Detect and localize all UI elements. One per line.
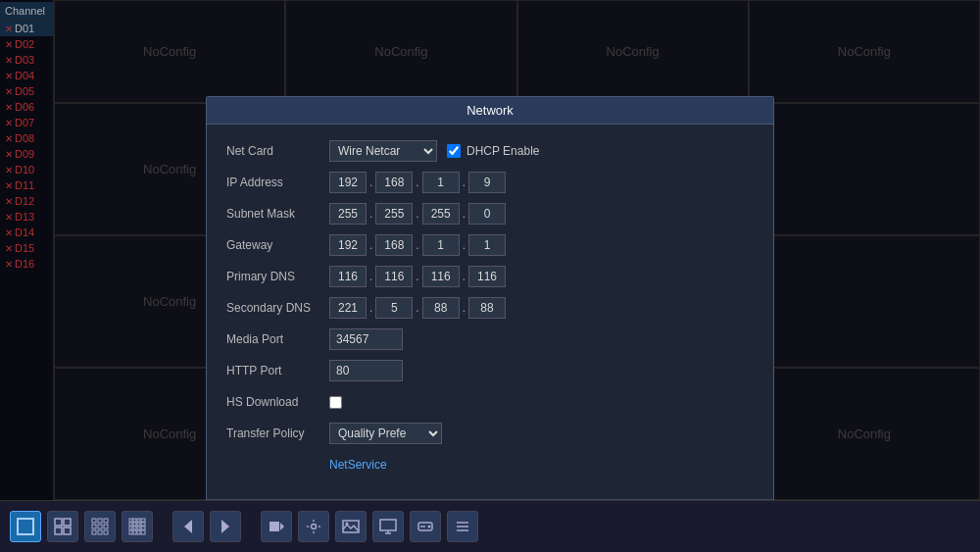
svg-rect-22 <box>129 527 132 529</box>
svg-rect-32 <box>270 522 279 531</box>
gw-seg-1[interactable] <box>329 234 367 256</box>
http-port-input[interactable] <box>329 360 403 381</box>
grid-2x2-button[interactable] <box>47 511 78 542</box>
next-button[interactable] <box>210 511 241 542</box>
dhcp-enable-label: DHCP Enable <box>466 144 539 158</box>
pdns-seg-3[interactable] <box>422 266 460 287</box>
svg-point-41 <box>428 526 431 528</box>
svg-point-36 <box>346 523 349 526</box>
monitor-button[interactable] <box>372 511 404 542</box>
transfer-policy-row: Transfer Policy Quality Prefe <box>226 422 754 445</box>
sdns-seg-3[interactable] <box>422 297 460 319</box>
secondary-dns-row: Secondary DNS . . . <box>226 296 754 320</box>
image-button[interactable] <box>335 511 367 542</box>
gw-seg-2[interactable] <box>375 234 413 256</box>
hs-download-label: HS Download <box>226 395 329 409</box>
svg-rect-9 <box>98 525 102 528</box>
media-port-input[interactable] <box>329 328 403 350</box>
ip-address-group: . . . <box>329 172 506 193</box>
mask-seg-3[interactable] <box>422 203 460 225</box>
grid-1x1-button[interactable] <box>10 511 41 542</box>
pdns-seg-4[interactable] <box>468 266 506 287</box>
svg-rect-25 <box>141 527 145 529</box>
sdns-seg-1[interactable] <box>329 297 367 319</box>
svg-rect-23 <box>133 527 136 529</box>
svg-rect-37 <box>380 520 396 530</box>
svg-rect-13 <box>104 530 108 534</box>
media-port-row: Media Port <box>226 327 754 351</box>
ip-address-label: IP Address <box>226 176 329 189</box>
hs-download-row: HS Download <box>226 390 754 414</box>
ip-seg-1[interactable] <box>329 172 367 193</box>
svg-rect-6 <box>98 519 102 523</box>
ip-seg-2[interactable] <box>375 172 413 193</box>
secondary-dns-label: Secondary DNS <box>226 301 329 315</box>
record-button[interactable] <box>261 511 292 542</box>
svg-rect-7 <box>104 519 108 523</box>
grid-3x3-button[interactable] <box>84 511 116 542</box>
primary-dns-row: Primary DNS . . . <box>226 265 754 288</box>
toolbar <box>0 500 980 552</box>
svg-rect-29 <box>141 530 145 534</box>
grid-4x4-button[interactable] <box>122 511 153 542</box>
svg-rect-27 <box>133 530 136 534</box>
netservice-link[interactable]: NetService <box>329 458 387 472</box>
transfer-policy-label: Transfer Policy <box>226 427 329 440</box>
media-port-label: Media Port <box>226 332 329 346</box>
mask-seg-1[interactable] <box>329 203 367 225</box>
svg-rect-24 <box>137 527 140 529</box>
net-card-label: Net Card <box>226 144 329 158</box>
list-button[interactable] <box>447 511 478 542</box>
svg-rect-11 <box>92 530 96 534</box>
pdns-seg-1[interactable] <box>329 266 367 287</box>
dhcp-enable-checkbox[interactable] <box>447 144 461 158</box>
svg-rect-18 <box>129 523 132 526</box>
hs-download-checkbox[interactable] <box>329 396 342 409</box>
svg-rect-15 <box>133 519 136 522</box>
net-card-select[interactable]: Wire Netcar <box>329 140 437 162</box>
primary-dns-group: . . . <box>329 266 506 287</box>
ip-seg-4[interactable] <box>468 172 506 193</box>
svg-rect-20 <box>137 523 140 526</box>
svg-rect-3 <box>55 527 62 534</box>
svg-rect-10 <box>104 525 108 528</box>
gw-seg-4[interactable] <box>468 234 506 256</box>
netservice-row: NetService <box>226 453 754 477</box>
subnet-mask-label: Subnet Mask <box>226 207 329 221</box>
svg-rect-21 <box>141 523 145 526</box>
mask-seg-4[interactable] <box>468 203 506 225</box>
svg-marker-30 <box>184 520 192 533</box>
pdns-seg-2[interactable] <box>375 266 413 287</box>
subnet-mask-row: Subnet Mask . . . <box>226 202 754 226</box>
modal-title: Network <box>207 97 773 125</box>
svg-rect-17 <box>141 519 145 522</box>
settings-button[interactable] <box>298 511 329 542</box>
hdd-button[interactable] <box>410 511 441 542</box>
transfer-policy-select[interactable]: Quality Prefe <box>329 423 442 444</box>
ip-seg-3[interactable] <box>422 172 460 193</box>
svg-marker-31 <box>221 520 229 533</box>
svg-marker-33 <box>280 523 284 530</box>
primary-dns-label: Primary DNS <box>226 270 329 283</box>
svg-rect-8 <box>92 525 96 528</box>
subnet-mask-group: . . . <box>329 203 506 225</box>
svg-rect-19 <box>133 523 136 526</box>
svg-rect-14 <box>129 519 132 522</box>
svg-rect-26 <box>129 530 132 534</box>
secondary-dns-group: . . . <box>329 297 506 319</box>
sdns-seg-4[interactable] <box>468 297 506 319</box>
network-dialog: Network Net Card Wire Netcar DHCP Enable… <box>206 96 774 550</box>
mask-seg-2[interactable] <box>375 203 413 225</box>
prev-button[interactable] <box>172 511 204 542</box>
svg-rect-1 <box>55 519 62 526</box>
gateway-row: Gateway . . . <box>226 233 754 257</box>
svg-rect-28 <box>137 530 140 534</box>
net-card-row: Net Card Wire Netcar DHCP Enable <box>226 139 754 163</box>
sdns-seg-2[interactable] <box>375 297 413 319</box>
gateway-label: Gateway <box>226 238 329 252</box>
svg-rect-16 <box>137 519 140 522</box>
gw-seg-3[interactable] <box>422 234 460 256</box>
gateway-group: . . . <box>329 234 506 256</box>
svg-rect-0 <box>18 519 33 534</box>
http-port-row: HTTP Port <box>226 359 754 382</box>
